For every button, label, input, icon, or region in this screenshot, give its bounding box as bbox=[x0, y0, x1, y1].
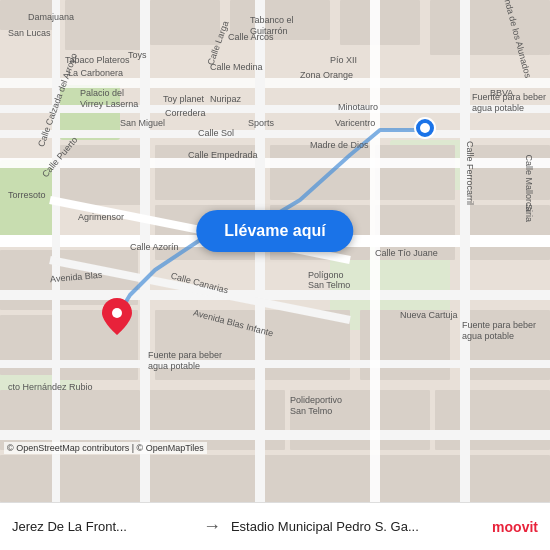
arrow-icon: → bbox=[193, 516, 231, 537]
svg-rect-17 bbox=[155, 145, 265, 200]
map-container: Damajuana San Lucas Tabaco Plateros Toys… bbox=[0, 0, 550, 502]
svg-rect-7 bbox=[65, 0, 145, 50]
svg-rect-12 bbox=[60, 145, 150, 205]
svg-rect-9 bbox=[230, 0, 330, 40]
svg-point-52 bbox=[112, 308, 122, 318]
svg-rect-24 bbox=[460, 205, 550, 260]
svg-rect-29 bbox=[0, 390, 140, 450]
svg-rect-46 bbox=[52, 0, 60, 502]
svg-rect-28 bbox=[460, 310, 550, 380]
navigate-button[interactable]: Llévame aquí bbox=[196, 210, 353, 252]
svg-rect-32 bbox=[435, 390, 550, 450]
svg-rect-11 bbox=[430, 0, 550, 55]
svg-rect-42 bbox=[140, 0, 150, 502]
destination-label: Estadio Municipal Pedro S. Ga... bbox=[231, 519, 484, 534]
app: Damajuana San Lucas Tabaco Plateros Toys… bbox=[0, 0, 550, 550]
svg-rect-13 bbox=[0, 250, 55, 310]
svg-rect-23 bbox=[375, 205, 455, 260]
svg-rect-25 bbox=[155, 310, 255, 380]
svg-rect-21 bbox=[375, 145, 455, 200]
svg-rect-31 bbox=[290, 390, 430, 450]
moovit-logo: moovit bbox=[492, 519, 538, 535]
moovit-text: moovit bbox=[492, 519, 538, 535]
svg-rect-45 bbox=[460, 0, 470, 502]
svg-point-50 bbox=[420, 123, 430, 133]
svg-rect-6 bbox=[0, 0, 60, 30]
svg-rect-22 bbox=[460, 145, 550, 200]
svg-rect-2 bbox=[0, 160, 55, 240]
bottom-bar: Jerez De La Front... → Estadio Municipal… bbox=[0, 502, 550, 550]
origin-label: Jerez De La Front... bbox=[12, 519, 193, 534]
svg-rect-44 bbox=[370, 0, 380, 502]
map-attribution: © OpenStreetMap contributors | © OpenMap… bbox=[4, 442, 207, 454]
svg-rect-8 bbox=[150, 0, 220, 45]
